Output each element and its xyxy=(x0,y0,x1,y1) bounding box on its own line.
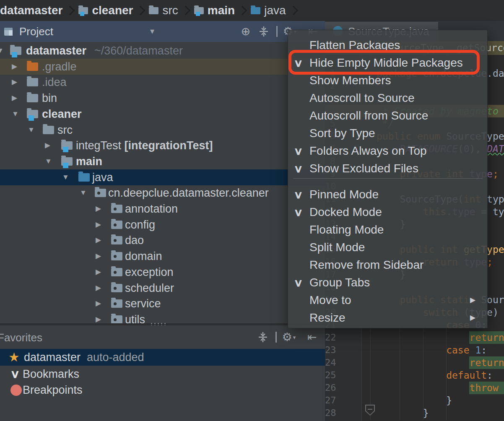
menu-item-resize[interactable]: Resize▶ xyxy=(288,309,487,327)
tree-row-exception[interactable]: ▶exception xyxy=(0,264,325,280)
expand-arrow-icon[interactable]: ▶ xyxy=(45,138,50,153)
collapse-all-icon[interactable] xyxy=(257,21,270,42)
tree-row-label: java xyxy=(92,169,113,185)
favorites-item-Breakpoints[interactable]: Breakpoints xyxy=(0,382,325,398)
expand-arrow-icon[interactable]: ▶ xyxy=(96,232,101,248)
tree-row-label: .gradle xyxy=(42,59,77,75)
tree-row-domain[interactable]: ▶domain xyxy=(0,248,325,264)
line-number: 24 xyxy=(325,356,359,369)
menu-item-floating-mode[interactable]: Floating Mode xyxy=(288,221,487,239)
menu-item-autoscroll-from-source[interactable]: Autoscroll from Source xyxy=(288,107,487,125)
breadcrumb-label: java xyxy=(264,4,286,17)
tree-row-config[interactable]: ▶config xyxy=(0,217,325,233)
menu-item-show-excluded-files[interactable]: ∨Show Excluded Files xyxy=(288,160,487,177)
code-line: } xyxy=(377,394,452,407)
tree-row-scheduler[interactable]: ▶scheduler xyxy=(0,280,325,296)
expand-arrow-icon[interactable]: ▶ xyxy=(12,59,17,75)
expand-arrow-icon[interactable]: ▶ xyxy=(96,264,101,280)
tree-row-.gradle[interactable]: ▶.gradle xyxy=(0,59,325,75)
breadcrumb-item-java[interactable]: java xyxy=(251,4,286,17)
tree-row-annotation[interactable]: ▶annotation xyxy=(0,201,325,217)
tree-row-service[interactable]: ▶service xyxy=(0,296,325,312)
menu-item-pinned-mode[interactable]: ∨Pinned Mode xyxy=(288,186,487,203)
tree-row-dao[interactable]: ▶dao xyxy=(0,232,325,248)
ide-screen: datamastercleanersrcmainjava Project ▾ ⊕… xyxy=(0,0,504,421)
excluded-folder-icon xyxy=(27,62,38,71)
line-number: 27 xyxy=(325,394,359,407)
code-line: default: xyxy=(377,369,493,382)
source-folder-icon xyxy=(251,7,260,14)
package-icon xyxy=(111,299,122,308)
locate-icon[interactable]: ⊕ xyxy=(239,21,252,42)
tree-row-label: scheduler xyxy=(125,280,174,296)
submenu-arrow-icon: ▶ xyxy=(470,291,475,309)
tree-row-label: config xyxy=(125,217,155,233)
tree-row-cleaner[interactable]: ▼cleaner xyxy=(0,106,325,122)
package-icon xyxy=(111,221,122,229)
expand-arrow-icon[interactable]: ▶ xyxy=(12,90,17,106)
hide-sidebar-icon[interactable]: ⇤ xyxy=(306,325,318,349)
tree-row-integTest[interactable]: ▶integTest [integrationTest] xyxy=(0,138,325,153)
collapse-arrow-icon[interactable]: ▼ xyxy=(62,169,69,185)
package-icon xyxy=(111,284,122,292)
favorites-item-datamaster[interactable]: ★datamasterauto-added xyxy=(0,349,325,366)
expand-arrow-icon[interactable]: ▶ xyxy=(96,296,101,312)
menu-item-label: Pinned Mode xyxy=(309,188,379,201)
settings-gear-icon[interactable]: ⚙▾ xyxy=(283,325,295,349)
chevron-right-icon xyxy=(136,6,145,16)
menu-item-label: Sort by Type xyxy=(309,127,375,140)
expand-arrow-icon[interactable]: ▶ xyxy=(96,312,101,323)
tree-row-cn.deepclue.datamaster.cleaner[interactable]: ▼cn.deepclue.datamaster.cleaner xyxy=(0,185,325,201)
tree-row-java[interactable]: ▼java xyxy=(0,169,325,185)
chevron-down-icon[interactable]: ▾ xyxy=(150,26,154,36)
tree-row-label: dao xyxy=(125,232,144,248)
package-icon xyxy=(95,189,106,197)
breadcrumb-item-datamaster[interactable]: datamaster xyxy=(0,4,62,17)
menu-item-move-to[interactable]: Move to▶ xyxy=(288,291,487,309)
menu-item-label: Remove from Sidebar xyxy=(309,258,423,271)
chevron-right-icon xyxy=(288,6,298,16)
tree-row-label: main xyxy=(76,153,102,169)
breadcrumb-item-cleaner[interactable]: cleaner xyxy=(78,4,133,17)
breadcrumb-item-main[interactable]: main xyxy=(194,4,235,17)
breadcrumb-item-src[interactable]: src xyxy=(149,4,178,17)
toolbar-separator xyxy=(275,332,277,343)
tree-row-.idea[interactable]: ▶.idea xyxy=(0,74,325,90)
code-line: return DATASOURCE; xyxy=(377,331,504,344)
collapse-arrow-icon[interactable]: ▼ xyxy=(45,153,52,169)
project-tool-icon xyxy=(3,26,14,39)
menu-item-folders-always-on-top[interactable]: ∨Folders Always on Top xyxy=(288,142,487,160)
tree-row-bin[interactable]: ▶bin xyxy=(0,90,325,106)
module-folder-icon xyxy=(61,157,73,166)
menu-item-group-tabs[interactable]: ∨Group Tabs xyxy=(288,274,487,291)
expand-arrow-icon[interactable]: ▶ xyxy=(96,280,101,296)
collapse-arrow-icon[interactable]: ▼ xyxy=(80,185,87,201)
tree-row-utils[interactable]: ▶utils xyxy=(0,312,325,323)
project-path: ~/360/datamaster xyxy=(94,43,183,59)
menu-item-label: Split Mode xyxy=(309,241,365,254)
menu-item-split-mode[interactable]: Split Mode xyxy=(288,239,487,256)
tree-row-label: exception xyxy=(125,264,174,280)
expand-arrow-icon[interactable]: ▶ xyxy=(12,74,17,90)
collapse-all-icon[interactable] xyxy=(257,325,269,349)
fold-marker-icon[interactable] xyxy=(365,405,375,416)
favorites-item-Bookmarks[interactable]: ∨Bookmarks xyxy=(0,366,325,382)
package-icon xyxy=(111,205,122,213)
menu-item-label: Docked Mode xyxy=(309,205,382,218)
tree-row-datamaster[interactable]: ▼datamaster~/360/datamaster xyxy=(0,43,325,59)
tree-row-label: annotation xyxy=(125,201,178,217)
expand-arrow-icon[interactable]: ▶ xyxy=(96,248,101,264)
collapse-arrow-icon[interactable]: ▼ xyxy=(28,122,35,138)
module-folder-icon xyxy=(78,7,88,14)
menu-item-sort-by-type[interactable]: Sort by Type xyxy=(288,125,487,142)
collapse-arrow-icon[interactable]: ▼ xyxy=(12,106,19,122)
expand-arrow-icon[interactable]: ▶ xyxy=(96,217,101,233)
menu-item-docked-mode[interactable]: ∨Docked Mode xyxy=(288,203,487,221)
tree-row-main[interactable]: ▼main xyxy=(0,153,325,169)
tree-row-label: cleaner xyxy=(42,106,82,122)
tree-row-src[interactable]: ▼src xyxy=(0,122,325,138)
menu-item-remove-from-sidebar[interactable]: Remove from Sidebar xyxy=(288,256,487,274)
menu-item-autoscroll-to-source[interactable]: Autoscroll to Source xyxy=(288,89,487,107)
collapse-arrow-icon[interactable]: ▼ xyxy=(0,43,4,59)
expand-arrow-icon[interactable]: ▶ xyxy=(96,201,101,217)
